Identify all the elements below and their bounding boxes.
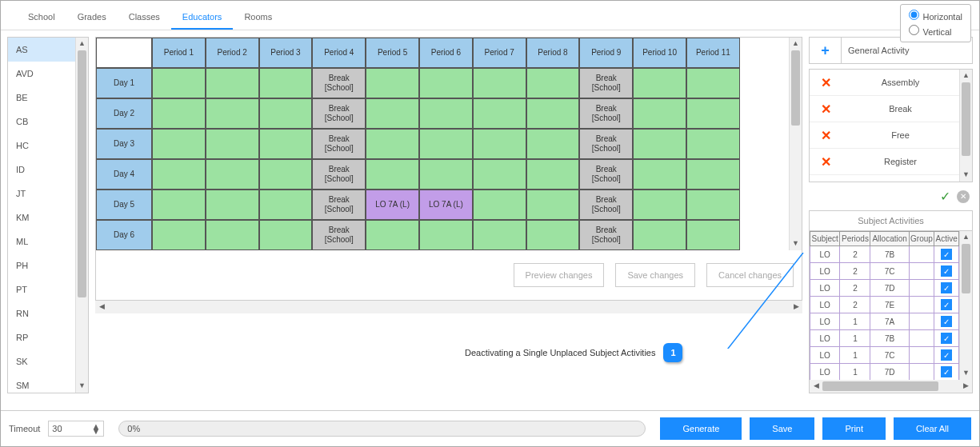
scroll-right-icon[interactable]: ▶	[790, 301, 802, 313]
activity-label[interactable]: Free	[842, 130, 959, 140]
timetable-cell[interactable]	[633, 68, 686, 98]
scroll-up-icon[interactable]: ▲	[960, 70, 972, 82]
tab-rooms[interactable]: Rooms	[233, 6, 283, 30]
educator-item-rn[interactable]: RN	[8, 301, 75, 325]
timetable-cell[interactable]	[152, 68, 206, 98]
timetable-cell[interactable]	[686, 220, 740, 250]
timetable-cell[interactable]	[206, 129, 259, 159]
timetable-cell[interactable]	[633, 220, 686, 250]
activity-label[interactable]: Register	[842, 157, 959, 166]
active-checkbox[interactable]: ✓	[941, 299, 952, 310]
active-checkbox[interactable]: ✓	[941, 265, 952, 277]
activity-scrollbar[interactable]: ▲ ▼	[959, 70, 972, 182]
subject-row[interactable]: LO27D✓	[810, 280, 959, 297]
subject-row[interactable]: LO17C✓	[810, 347, 959, 364]
timetable-cell[interactable]	[152, 190, 206, 220]
timetable-cell[interactable]	[259, 68, 313, 98]
scroll-right-icon[interactable]: ▶	[959, 380, 972, 393]
active-checkbox[interactable]: ✓	[941, 316, 952, 327]
subject-row[interactable]: LO27E✓	[810, 297, 959, 313]
timetable-cell[interactable]: Break[School]	[579, 220, 633, 250]
radio-horizontal[interactable]	[909, 10, 919, 20]
timetable-cell[interactable]	[206, 220, 259, 250]
timetable-cell[interactable]: Break[School]	[579, 159, 633, 190]
timetable-cell[interactable]	[206, 159, 259, 190]
timetable-cell[interactable]: Break[School]	[312, 190, 366, 220]
timetable-cell[interactable]	[686, 159, 740, 190]
timetable-cell[interactable]	[259, 98, 313, 129]
tab-grades[interactable]: Grades	[66, 6, 118, 30]
educator-item-sm[interactable]: SM	[8, 373, 75, 393]
delete-activity-icon[interactable]: ✕	[810, 154, 842, 170]
timetable-cell[interactable]	[686, 129, 740, 159]
active-checkbox[interactable]: ✓	[941, 282, 952, 293]
save-changes-button[interactable]: Save changes	[615, 263, 695, 287]
timetable-cell[interactable]	[366, 129, 419, 159]
timetable-cell[interactable]	[419, 98, 473, 129]
active-checkbox[interactable]: ✓	[941, 349, 952, 361]
scroll-left-icon[interactable]: ◀	[95, 301, 108, 313]
timetable-cell[interactable]	[526, 98, 580, 129]
educator-scrollbar[interactable]: ▲ ▼	[75, 38, 88, 393]
timetable-cell[interactable]	[419, 129, 473, 159]
timetable-cell[interactable]: Break[School]	[312, 159, 366, 190]
timetable-cell[interactable]	[473, 98, 526, 129]
subject-row[interactable]: LO17B✓	[810, 330, 959, 347]
generate-button[interactable]: Generate	[660, 417, 742, 440]
timetable-cell[interactable]	[633, 129, 686, 159]
subject-scrollbar[interactable]: ▲ ▼	[959, 231, 972, 380]
subject-row[interactable]: LO17A✓	[810, 313, 959, 330]
scroll-up-icon[interactable]: ▲	[76, 38, 88, 50]
timetable-cell[interactable]: Break[School]	[579, 129, 633, 159]
timetable-cell[interactable]	[686, 98, 740, 129]
timetable-cell[interactable]	[526, 220, 580, 250]
timetable-cell[interactable]	[259, 129, 313, 159]
orientation-vertical[interactable]: Vertical	[906, 23, 966, 38]
timetable-cell[interactable]	[259, 220, 313, 250]
timetable-cell[interactable]	[526, 129, 580, 159]
timetable-cell[interactable]	[152, 129, 206, 159]
timetable-cell[interactable]: Break[School]	[312, 220, 366, 250]
timetable-cell[interactable]	[633, 190, 686, 220]
timetable-cell[interactable]	[419, 159, 473, 190]
subject-hscroll[interactable]: ◀ ▶	[810, 380, 972, 393]
activity-label[interactable]: Assembly	[842, 78, 959, 87]
timetable-cell[interactable]	[419, 68, 473, 98]
scroll-up-icon[interactable]: ▲	[790, 38, 802, 50]
educator-item-hc[interactable]: HC	[8, 134, 75, 158]
add-activity-icon[interactable]: +	[810, 38, 842, 63]
timetable-cell[interactable]	[419, 220, 473, 250]
timetable-cell[interactable]	[366, 220, 419, 250]
timetable-cell[interactable]	[526, 159, 580, 190]
check-icon[interactable]: ✓	[940, 189, 950, 204]
timetable-cell[interactable]	[152, 159, 206, 190]
preview-changes-button[interactable]: Preview changes	[514, 263, 605, 287]
timetable-cell[interactable]	[366, 68, 419, 98]
activity-label[interactable]: Break	[842, 104, 959, 114]
educator-item-sk[interactable]: SK	[8, 349, 75, 373]
educator-item-jt[interactable]: JT	[8, 182, 75, 206]
tab-school[interactable]: School	[17, 6, 66, 30]
timetable-cell[interactable]: Break[School]	[312, 68, 366, 98]
active-checkbox[interactable]: ✓	[941, 249, 952, 260]
timetable-cell[interactable]	[206, 190, 259, 220]
radio-vertical[interactable]	[909, 25, 919, 35]
educator-item-id[interactable]: ID	[8, 158, 75, 182]
timetable-cell[interactable]	[526, 190, 580, 220]
timetable-cell[interactable]	[206, 98, 259, 129]
timeout-stepper[interactable]: ▲▼	[91, 424, 100, 433]
scroll-up-icon[interactable]: ▲	[960, 231, 972, 244]
delete-activity-icon[interactable]: ✕	[810, 75, 842, 90]
timetable-cell[interactable]	[686, 68, 740, 98]
timetable-cell[interactable]: Break[School]	[579, 68, 633, 98]
timetable-cell[interactable]	[633, 98, 686, 129]
timetable-cell[interactable]: Break[School]	[312, 129, 366, 159]
educator-item-cb[interactable]: CB	[8, 110, 75, 134]
timetable-cell[interactable]: Break[School]	[579, 98, 633, 129]
subject-row[interactable]: LO17D✓	[810, 364, 959, 381]
educator-item-km[interactable]: KM	[8, 206, 75, 229]
print-button[interactable]: Print	[822, 417, 886, 440]
tab-classes[interactable]: Classes	[118, 6, 171, 30]
timeout-input[interactable]: 30 ▲▼	[48, 421, 104, 437]
subject-row[interactable]: LO27B✓	[810, 246, 959, 263]
